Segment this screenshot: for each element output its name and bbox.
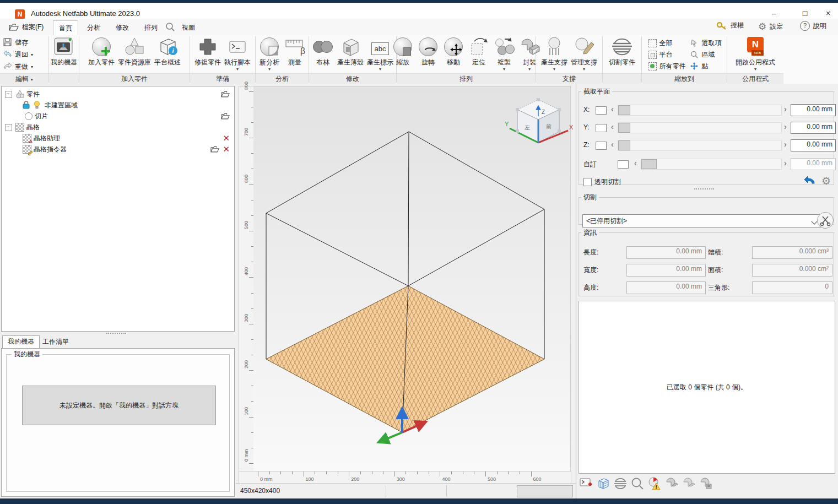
undo-button[interactable]: 退回 ▾ — [3, 50, 33, 59]
manage-support-button[interactable]: 管理支撐 ▾ — [570, 36, 598, 72]
pack-part-icon[interactable] — [665, 477, 678, 490]
analysis-warning-icon[interactable] — [648, 477, 661, 490]
tree-item-lattice-commander[interactable]: 晶格指令器 ✕ — [2, 144, 234, 155]
zoom-selection-button[interactable]: 選取項 — [690, 39, 722, 48]
visibility-bulb-icon[interactable] — [34, 101, 42, 110]
slider-left-arrow-icon[interactable]: ‹ — [611, 140, 614, 149]
boolean-button[interactable]: 布林 — [311, 36, 335, 68]
open-utility-button[interactable]: N NFB 開啟公用程式 ▾ — [734, 36, 776, 72]
clip-custom-checkbox[interactable] — [618, 160, 629, 169]
pack-dropdown-icon[interactable]: ▾ — [528, 67, 531, 71]
tab-home[interactable]: 首頁 — [53, 20, 78, 36]
duplicate-dropdown-icon[interactable]: ▾ — [503, 67, 505, 71]
slice-sphere-icon[interactable] — [614, 477, 627, 490]
tree-item-lattice[interactable]: 晶格 — [2, 122, 234, 133]
cut-scissors-button[interactable] — [817, 212, 834, 229]
minimize-button[interactable]: – — [766, 7, 782, 19]
clip-y-checkbox[interactable] — [596, 124, 607, 132]
tab-work-list[interactable]: 工作清單 — [37, 336, 74, 348]
group-label-edit[interactable]: 編輯 ▾ — [0, 73, 48, 84]
create-label-dropdown-icon[interactable]: ▾ — [379, 67, 381, 71]
tab-my-machines[interactable]: 我的機器 — [2, 335, 40, 349]
search-icon[interactable] — [165, 22, 175, 32]
pack-part-alt-icon[interactable] — [682, 477, 695, 490]
zoom-circle-icon[interactable] — [631, 477, 644, 490]
save-button[interactable]: 儲存 — [3, 37, 28, 47]
tree-item-lattice-assistant[interactable]: A 晶格助理 ✕ — [2, 133, 234, 144]
clip-y-value[interactable]: 0.00 mm — [791, 122, 836, 134]
folder-icon[interactable] — [210, 146, 219, 153]
lock-icon[interactable] — [23, 101, 31, 110]
horizontal-splitter[interactable] — [106, 333, 126, 334]
repair-part-button[interactable]: 修復零件 — [193, 36, 222, 68]
part-library-button[interactable]: 零件資源庫 — [117, 36, 152, 68]
pack-machine-icon[interactable] — [699, 477, 712, 490]
my-machines-button[interactable]: 我的機器 — [50, 36, 78, 68]
clip-custom-slider[interactable] — [641, 159, 782, 170]
zoom-all-parts-button[interactable]: 所有零件 — [648, 62, 686, 71]
script-add-icon[interactable] — [580, 477, 593, 490]
slider-right-arrow-icon[interactable]: › — [784, 105, 787, 113]
zoom-point-button[interactable]: 點 — [690, 62, 722, 71]
zoom-region-button[interactable]: 區域 — [690, 50, 722, 59]
settings-button[interactable]: ⚙ 設定 — [758, 21, 783, 32]
tab-view[interactable]: 視圖 — [176, 20, 201, 35]
file-menu-button[interactable]: 檔案(F) — [4, 20, 48, 34]
tree-item-slices[interactable]: 切片 — [2, 111, 234, 122]
zoom-platform-button[interactable]: 平台 — [648, 50, 686, 59]
measure-button[interactable]: β 測量 — [283, 36, 307, 68]
tab-modify[interactable]: 修改 — [110, 20, 134, 35]
slider-left-arrow-icon[interactable]: ‹ — [611, 105, 614, 113]
redo-dropdown-icon[interactable]: ▾ — [31, 65, 33, 69]
duplicate-button[interactable]: 複製 ▾ — [492, 36, 516, 72]
manage-support-dropdown-icon[interactable]: ▾ — [583, 67, 585, 71]
add-part-button[interactable]: 加入零件 — [87, 36, 116, 68]
folder-icon[interactable] — [221, 113, 230, 120]
zoom-all-button[interactable]: 全部 — [648, 39, 686, 48]
run-script-button[interactable]: 執行腳本 ▾ — [223, 36, 252, 72]
new-analysis-dropdown-icon[interactable]: ▾ — [268, 67, 271, 71]
horizontal-splitter[interactable] — [694, 188, 714, 189]
clip-z-value[interactable]: 0.00 mm — [791, 139, 836, 151]
redo-button[interactable]: 重做 ▾ — [3, 62, 33, 72]
slider-left-arrow-icon[interactable]: ‹ — [611, 122, 614, 131]
close-button[interactable]: × — [820, 7, 836, 19]
create-support-button[interactable]: 產生支撐 ▾ — [540, 36, 569, 72]
tab-analysis[interactable]: 分析 — [82, 20, 106, 35]
folder-icon[interactable] — [221, 91, 230, 97]
undo-dropdown-icon[interactable]: ▾ — [31, 53, 33, 57]
slider-right-arrow-icon[interactable]: › — [784, 140, 787, 149]
clip-x-checkbox[interactable] — [596, 106, 607, 115]
tree-item-no-build-zone[interactable]: 非建置區域 — [2, 100, 234, 111]
transparent-cut-checkbox[interactable] — [583, 178, 592, 186]
tab-arrange[interactable]: 排列 — [139, 20, 163, 35]
open-utility-dropdown-icon[interactable]: ▾ — [754, 67, 756, 71]
slider-right-arrow-icon[interactable]: › — [784, 122, 787, 131]
clip-y-slider[interactable] — [618, 122, 782, 133]
clip-z-slider[interactable] — [618, 140, 782, 151]
rotate-button[interactable]: 旋轉 — [416, 36, 440, 68]
reset-clip-icon[interactable] — [804, 176, 816, 187]
slice-parts-button[interactable]: 切割零件 — [608, 36, 636, 68]
no-machine-message-button[interactable]: 未設定機器。開啟「我的機器」對話方塊 — [22, 386, 216, 425]
delete-icon[interactable]: ✕ — [223, 145, 230, 153]
delete-icon[interactable]: ✕ — [223, 134, 230, 142]
scale-button[interactable]: 縮放 — [391, 36, 415, 68]
clip-z-checkbox[interactable] — [596, 142, 607, 150]
view-cube[interactable]: Z 左 前 Y X — [504, 94, 573, 155]
maximize-button[interactable]: □ — [797, 7, 813, 19]
clip-x-slider[interactable] — [618, 105, 782, 116]
move-button[interactable]: 移動 — [441, 36, 466, 68]
platform-overview-button[interactable]: i 平台概述 — [153, 36, 182, 68]
lattice-cube-icon[interactable] — [597, 477, 610, 490]
clip-x-value[interactable]: 0.00 mm — [791, 104, 836, 116]
new-analysis-button[interactable]: 新分析 ▾ — [257, 36, 282, 72]
create-shell-button[interactable]: 產生薄殼 — [336, 36, 365, 68]
position-button[interactable]: 定位 — [467, 36, 491, 68]
license-button[interactable]: 授權 — [716, 21, 744, 30]
tree-item-parts[interactable]: 零件 — [2, 89, 234, 100]
clip-settings-gear-icon[interactable]: ⚙ — [821, 175, 831, 187]
slider-right-arrow-icon[interactable]: › — [784, 159, 787, 167]
collapse-icon[interactable] — [5, 91, 12, 98]
collapse-icon[interactable] — [5, 124, 12, 131]
